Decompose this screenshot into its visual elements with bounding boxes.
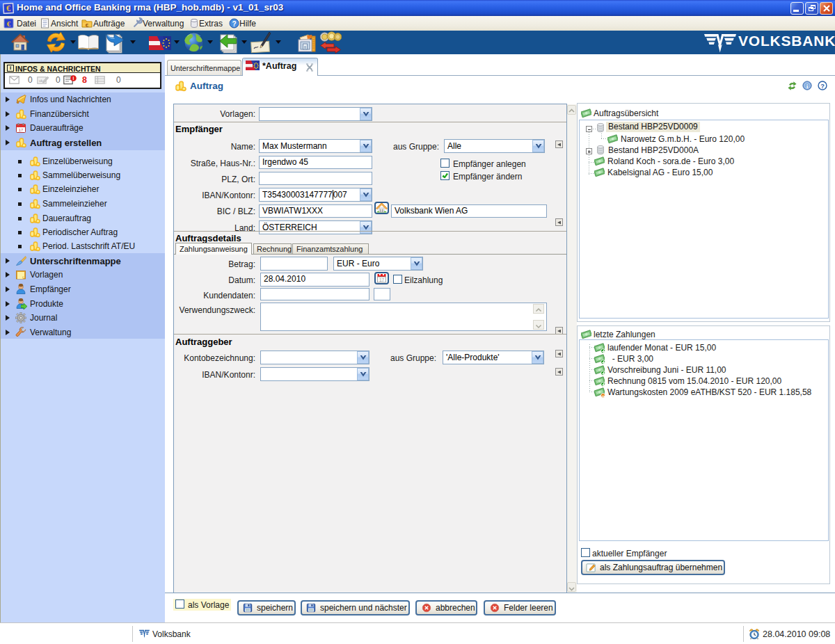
- svg-text:€: €: [7, 19, 11, 28]
- svg-text:i: i: [73, 76, 74, 81]
- svg-text:€: €: [86, 22, 89, 29]
- svg-text:?: ?: [820, 83, 825, 90]
- svg-text:?: ?: [232, 20, 236, 28]
- svg-text:17: 17: [379, 277, 385, 282]
- svg-text:uk: uk: [39, 79, 43, 83]
- svg-text:€: €: [6, 3, 10, 13]
